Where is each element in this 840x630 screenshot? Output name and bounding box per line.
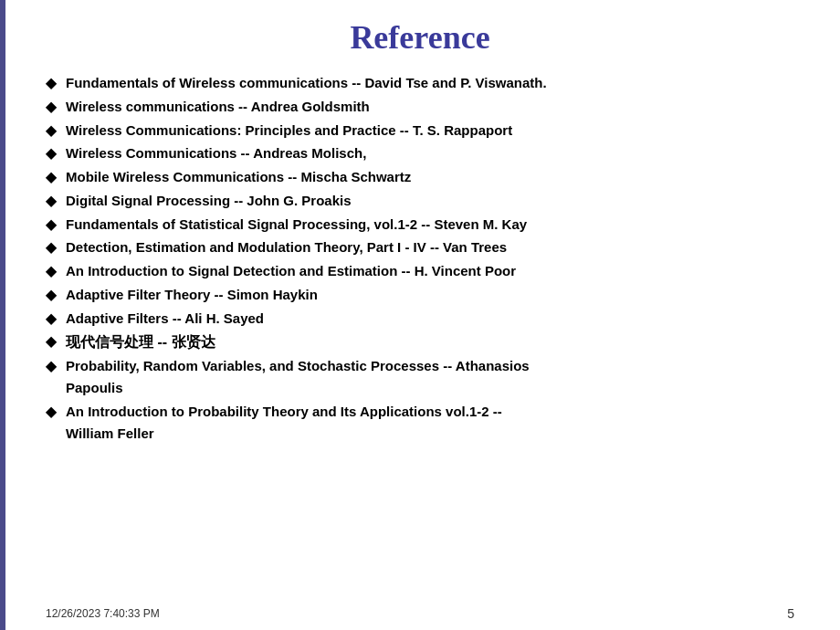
bullet-icon: ◆ [46,402,57,422]
bullet-icon: ◆ [46,143,57,163]
list-item: ◆Adaptive Filters -- Ali H. Sayed [46,309,794,329]
bullet-icon: ◆ [46,191,57,211]
list-item: ◆An Introduction to Probability Theory a… [46,402,794,422]
bullet-icon: ◆ [46,309,57,329]
accent-bar [0,0,5,630]
footer-page-number: 5 [787,606,794,621]
page-title: Reference [46,18,794,57]
bullet-icon: ◆ [46,331,57,352]
list-item: ◆Digital Signal Processing -- John G. Pr… [46,191,794,211]
bullet-icon: ◆ [46,121,57,141]
list-item-continuation: Papoulis [46,378,794,398]
bullet-icon: ◆ [46,215,57,235]
list-item: ◆Wireless Communications: Principles and… [46,121,794,141]
list-item: ◆Wireless Communications -- Andreas Moli… [46,143,794,163]
bullet-icon: ◆ [46,356,57,376]
bullet-icon: ◆ [46,167,57,187]
list-item: ◆Fundamentals of Wireless communications… [46,73,794,93]
list-item: ◆Adaptive Filter Theory -- Simon Haykin [46,285,794,305]
references-list: ◆Fundamentals of Wireless communications… [46,73,794,443]
list-item: ◆Wireless communications -- Andrea Golds… [46,97,794,117]
bullet-icon: ◆ [46,261,57,281]
list-item: ◆Mobile Wireless Communications -- Misch… [46,167,794,187]
bullet-icon: ◆ [46,285,57,305]
bullet-icon: ◆ [46,97,57,117]
bullet-icon: ◆ [46,73,57,93]
bullet-icon: ◆ [46,237,57,257]
footer: 12/26/2023 7:40:33 PM 5 [46,606,794,621]
footer-timestamp: 12/26/2023 7:40:33 PM [46,607,160,620]
list-item: ◆现代信号处理 -- 张贤达 [46,331,794,352]
list-item-continuation: William Feller [46,424,794,444]
list-item: ◆Detection, Estimation and Modulation Th… [46,237,794,257]
list-item: ◆Fundamentals of Statistical Signal Proc… [46,215,794,235]
list-item: ◆An Introduction to Signal Detection and… [46,261,794,281]
page-container: Reference ◆Fundamentals of Wireless comm… [0,0,840,630]
list-item: ◆Probability, Random Variables, and Stoc… [46,356,794,376]
